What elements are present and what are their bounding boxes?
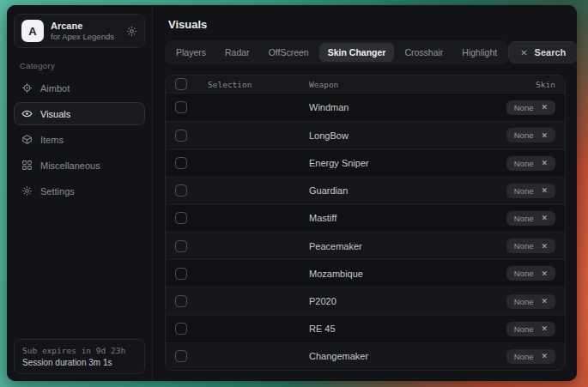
table-row[interactable]: Guardian None ✕ <box>166 177 565 204</box>
tab-label: Skin Changer <box>328 47 386 57</box>
skin-value: None <box>514 324 534 334</box>
column-header-weapon: Weapon <box>309 80 473 89</box>
row-checkbox[interactable] <box>175 323 187 335</box>
select-all-checkbox[interactable] <box>175 78 187 90</box>
table-row[interactable]: Mastiff None ✕ <box>166 204 565 232</box>
close-icon[interactable]: ✕ <box>541 352 548 360</box>
skin-badge[interactable]: None ✕ <box>506 322 555 336</box>
close-icon[interactable]: ✕ <box>541 242 548 251</box>
skin-value: None <box>514 130 534 140</box>
sidebar-item-items[interactable]: Items <box>14 128 145 151</box>
grid-icon <box>21 160 33 171</box>
close-icon[interactable]: ✕ <box>541 297 548 305</box>
search-button-label: Search <box>535 47 567 57</box>
search-icon: ✕ <box>520 48 527 57</box>
table-row[interactable]: P2020 None ✕ <box>166 287 565 314</box>
row-checkbox[interactable] <box>175 212 187 224</box>
table-row[interactable]: Windman None ✕ <box>166 94 565 121</box>
skin-badge[interactable]: None ✕ <box>506 266 555 281</box>
crosshair-icon <box>21 82 33 94</box>
row-checkbox[interactable] <box>175 350 187 362</box>
tab-bar: Players Radar OffScreen Skin Changer Cro… <box>165 40 508 64</box>
app-subtitle: for Apex Legends <box>51 32 119 42</box>
tab-crosshair[interactable]: Crosshair <box>396 43 452 62</box>
skin-badge[interactable]: None ✕ <box>506 211 555 226</box>
toolbar: Players Radar OffScreen Skin Changer Cro… <box>153 40 577 64</box>
page-title: Visuals <box>153 5 577 40</box>
row-checkbox[interactable] <box>175 268 187 280</box>
table-header: Selection Weapon Skin <box>166 76 565 94</box>
skin-value: None <box>514 186 534 196</box>
weapon-name: Windman <box>309 102 473 112</box>
row-checkbox[interactable] <box>175 184 187 197</box>
column-header-selection: Selection <box>208 80 309 89</box>
skin-value: None <box>514 269 534 278</box>
skin-badge[interactable]: None ✕ <box>506 100 555 115</box>
weapon-name: Guardian <box>309 185 473 196</box>
app-logo: A <box>21 20 44 42</box>
close-icon[interactable]: ✕ <box>541 324 548 333</box>
skin-badge[interactable]: None ✕ <box>506 156 555 171</box>
tab-label: Crosshair <box>404 47 443 57</box>
table-row[interactable]: Energy Sniper None ✕ <box>166 149 565 177</box>
weapon-name: RE 45 <box>309 324 473 334</box>
tab-label: Highlight <box>462 47 497 57</box>
skin-badge[interactable]: None ✕ <box>506 239 555 253</box>
close-icon[interactable]: ✕ <box>541 159 548 167</box>
search-button[interactable]: ✕ Search <box>508 41 577 63</box>
row-checkbox[interactable] <box>175 295 187 307</box>
gear-icon <box>21 185 33 197</box>
weapon-name: Mozambique <box>309 269 473 279</box>
sidebar-item-label: Settings <box>40 186 75 197</box>
tab-label: OffScreen <box>269 47 309 57</box>
tab-offscreen[interactable]: OffScreen <box>260 43 318 62</box>
weapon-name: LongBow <box>309 130 473 141</box>
close-icon[interactable]: ✕ <box>541 131 548 140</box>
sidebar-item-settings[interactable]: Settings <box>14 179 145 203</box>
row-checkbox[interactable] <box>175 157 187 169</box>
sidebar-item-label: Miscellaneous <box>40 160 100 171</box>
subscription-card: Sub expires in 9d 23h Session duration 3… <box>14 339 145 374</box>
skin-badge[interactable]: None ✕ <box>506 184 555 198</box>
tab-highlight[interactable]: Highlight <box>453 43 506 62</box>
sidebar-item-visuals[interactable]: Visuals <box>14 102 145 125</box>
row-checkbox[interactable] <box>175 240 187 252</box>
skin-badge[interactable]: None ✕ <box>506 128 555 142</box>
row-checkbox[interactable] <box>175 101 187 113</box>
skin-value: None <box>514 214 534 223</box>
table-row[interactable]: Mozambique None ✕ <box>166 259 565 287</box>
box-icon <box>21 134 33 145</box>
table-row[interactable]: RE 45 None ✕ <box>166 315 565 342</box>
tab-radar[interactable]: Radar <box>216 43 258 62</box>
skin-value: None <box>514 103 534 112</box>
tab-players[interactable]: Players <box>167 43 215 62</box>
close-icon[interactable]: ✕ <box>541 186 548 195</box>
sidebar-item-aimbot[interactable]: Aimbot <box>14 76 145 100</box>
category-label: Category <box>20 61 145 70</box>
table-row[interactable]: LongBow None ✕ <box>166 121 565 148</box>
weapons-table: Selection Weapon Skin Windman None ✕ <box>165 75 566 371</box>
table-row[interactable]: Peacemaker None ✕ <box>166 232 565 259</box>
skin-badge[interactable]: None ✕ <box>506 294 555 309</box>
weapon-name: P2020 <box>309 296 473 306</box>
sidebar-item-miscellaneous[interactable]: Miscellaneous <box>14 154 145 177</box>
weapon-name: Peacemaker <box>309 241 473 251</box>
tab-label: Radar <box>225 47 250 57</box>
column-header-skin: Skin <box>473 80 555 89</box>
close-icon[interactable]: ✕ <box>541 103 548 112</box>
sidebar-item-label: Aimbot <box>40 83 70 94</box>
brand-card: A Arcane for Apex Legends <box>14 14 145 48</box>
row-checkbox[interactable] <box>175 130 187 142</box>
table-row[interactable]: Changemaker None ✕ <box>166 342 565 370</box>
close-icon[interactable]: ✕ <box>541 214 548 222</box>
tab-skin-changer[interactable]: Skin Changer <box>319 43 395 62</box>
skin-value: None <box>514 159 534 168</box>
session-duration-text: Session duration 3m 1s <box>22 358 136 367</box>
skin-value: None <box>514 297 534 306</box>
skin-badge[interactable]: None ✕ <box>506 349 555 364</box>
close-icon[interactable]: ✕ <box>541 269 548 278</box>
sidebar-nav: Aimbot Visuals <box>14 76 145 203</box>
app-name: Arcane <box>51 21 119 32</box>
skin-value: None <box>514 241 534 251</box>
gear-icon[interactable] <box>126 26 137 37</box>
